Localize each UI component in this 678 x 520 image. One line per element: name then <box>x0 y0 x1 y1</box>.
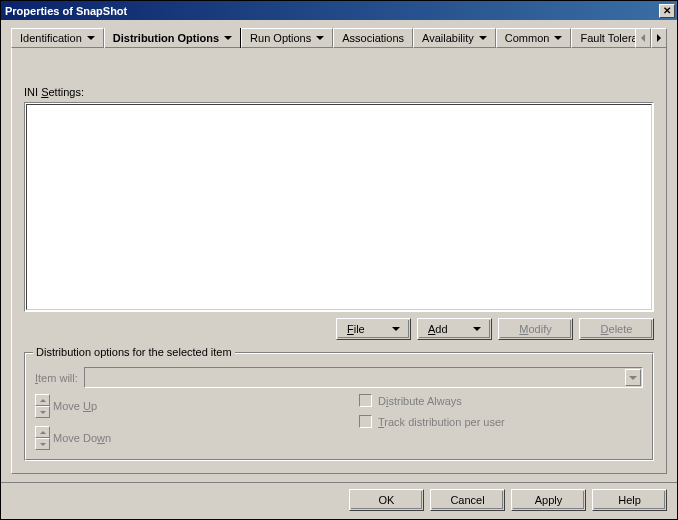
tab-panel: INI Settings: File Add Modify <box>11 48 667 474</box>
arrow-down-icon <box>40 411 46 414</box>
listbox-actions: File Add Modify Delete <box>24 318 654 340</box>
group-two-columns: Move Up Move Down D <box>35 394 643 450</box>
close-icon: ✕ <box>663 6 671 16</box>
button-label: Cancel <box>450 494 484 506</box>
file-button[interactable]: File <box>336 318 411 340</box>
button-label: Add <box>428 323 448 335</box>
combo-dropdown-button[interactable] <box>625 369 641 386</box>
chevron-down-icon <box>87 36 95 40</box>
distribute-always-checkbox[interactable] <box>359 394 372 407</box>
tab-label: Identification <box>20 32 82 44</box>
tab-label: Fault Toleran <box>580 32 635 44</box>
arrow-down-icon <box>40 443 46 446</box>
button-label: Delete <box>601 323 633 335</box>
dialog-content: Identification Distribution Options INI … <box>1 20 677 482</box>
move-up-spinner[interactable] <box>35 394 50 418</box>
move-up-label: Move Up <box>53 400 97 412</box>
item-will-combo[interactable] <box>84 367 643 388</box>
move-down-label: Move Down <box>53 432 111 444</box>
modify-button[interactable]: Modify <box>498 318 573 340</box>
button-label: Modify <box>519 323 551 335</box>
move-down-row: Move Down <box>35 426 319 450</box>
ini-settings-listbox[interactable] <box>24 102 654 312</box>
chevron-down-icon <box>479 36 487 40</box>
chevron-down-icon <box>392 327 400 331</box>
tab-label: Run Options <box>250 32 311 44</box>
track-distribution-checkbox[interactable] <box>359 415 372 428</box>
item-will-row: Item will: <box>35 367 643 388</box>
distribute-always-label: Distribute Always <box>378 395 462 407</box>
tab-common[interactable]: Common <box>496 28 572 48</box>
distribution-options-group: Distribution options for the selected it… <box>24 352 654 461</box>
ok-button[interactable]: OK <box>349 489 424 511</box>
button-label: File <box>347 323 365 335</box>
help-button[interactable]: Help <box>592 489 667 511</box>
arrow-up-icon <box>40 431 46 434</box>
tab-fault-tolerance[interactable]: Fault Toleran <box>571 28 635 48</box>
button-label: OK <box>379 494 395 506</box>
move-down-spinner[interactable] <box>35 426 50 450</box>
move-up-row: Move Up <box>35 394 319 418</box>
track-distribution-row: Track distribution per user <box>359 415 643 428</box>
tab-label: Associations <box>342 32 404 44</box>
arrow-left-icon <box>641 34 645 42</box>
chevron-down-icon <box>554 36 562 40</box>
tab-associations[interactable]: Associations <box>333 28 413 48</box>
add-button[interactable]: Add <box>417 318 492 340</box>
tab-availability[interactable]: Availability <box>413 28 496 48</box>
chevron-down-icon <box>629 376 637 380</box>
titlebar-title: Properties of SnapShot <box>5 5 659 17</box>
close-button[interactable]: ✕ <box>659 4 675 18</box>
tab-run-options[interactable]: Run Options <box>241 28 333 48</box>
item-will-label: Item will: <box>35 372 78 384</box>
button-label: Apply <box>535 494 563 506</box>
tab-scroll-right[interactable] <box>651 28 667 48</box>
tab-label: Distribution Options <box>113 32 219 44</box>
tab-label: Common <box>505 32 550 44</box>
distribute-always-row: Distribute Always <box>359 394 643 407</box>
track-distribution-label: Track distribution per user <box>378 416 505 428</box>
ini-settings-label: INI Settings: <box>24 86 654 98</box>
properties-dialog: Properties of SnapShot ✕ Identification … <box>0 0 678 520</box>
arrow-right-icon <box>657 34 661 42</box>
tab-identification[interactable]: Identification <box>11 28 104 48</box>
tab-label: Availability <box>422 32 474 44</box>
chevron-down-icon <box>316 36 324 40</box>
groupbox-legend: Distribution options for the selected it… <box>33 346 235 358</box>
button-label: Help <box>618 494 641 506</box>
dialog-footer: OK Cancel Apply Help <box>1 482 677 519</box>
apply-button[interactable]: Apply <box>511 489 586 511</box>
chevron-down-icon <box>473 327 481 331</box>
cancel-button[interactable]: Cancel <box>430 489 505 511</box>
tab-scroll-controls <box>635 28 667 48</box>
arrow-up-icon <box>40 399 46 402</box>
titlebar: Properties of SnapShot ✕ <box>1 1 677 20</box>
delete-button[interactable]: Delete <box>579 318 654 340</box>
chevron-down-icon <box>224 36 232 40</box>
tab-scroll-left[interactable] <box>635 28 651 48</box>
